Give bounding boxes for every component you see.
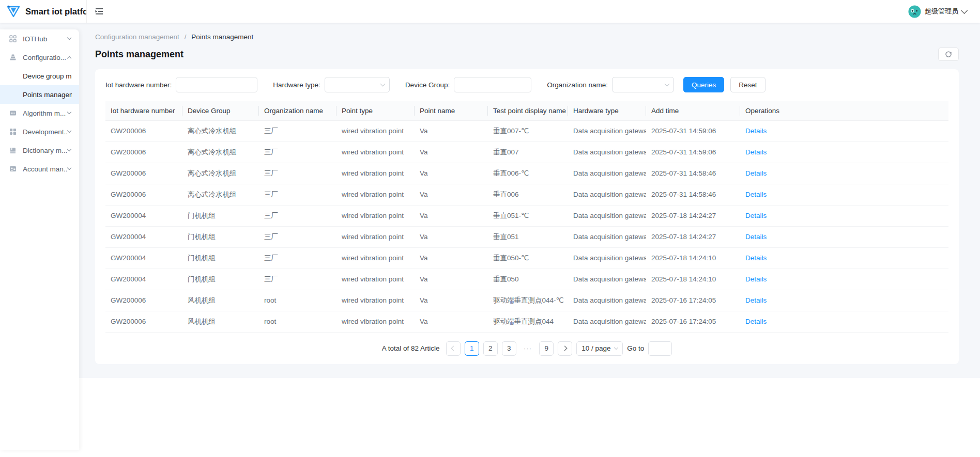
- breadcrumb-parent[interactable]: Configuration management: [95, 33, 179, 41]
- pagination-page-3[interactable]: 3: [502, 341, 516, 356]
- operations-cell: Details: [740, 290, 948, 311]
- sidebar-item-device-group-management[interactable]: Device group m...: [0, 67, 79, 85]
- table-cell: 2025-07-18 14:24:27: [646, 205, 740, 226]
- top-header: Smart iot platform 超级管理员: [0, 0, 980, 23]
- sidebar-item-label: Dictionary m...: [23, 147, 68, 154]
- sidebar-item-iothub[interactable]: IOTHub: [0, 29, 79, 48]
- details-link[interactable]: Details: [745, 296, 767, 304]
- pagination-next-button[interactable]: [558, 341, 572, 356]
- table-cell: Data acquisition gateway: [568, 163, 646, 184]
- operations-cell: Details: [740, 184, 948, 205]
- table-cell: GW200006: [105, 290, 182, 311]
- sidebar-item-label: Device group m...: [23, 72, 72, 80]
- account-icon: [9, 165, 18, 172]
- page-size-select[interactable]: 10 / page: [576, 341, 623, 356]
- details-link[interactable]: Details: [745, 233, 767, 241]
- user-menu[interactable]: 超级管理员: [908, 5, 967, 18]
- pagination: A total of 82 Article 1 2 3 ··· 9 10 / p…: [105, 341, 948, 356]
- sidebar: IOTHub Configuratio... Device group m...…: [0, 29, 79, 450]
- table-cell: GW200006: [105, 141, 182, 163]
- table-cell: 2025-07-31 14:58:46: [646, 163, 740, 184]
- chevron-down-icon: [67, 110, 71, 114]
- iot-hardware-number-input[interactable]: [176, 77, 257, 92]
- hardware-type-select[interactable]: [325, 77, 390, 92]
- goto-page-input[interactable]: [648, 341, 672, 356]
- table-row: GW200004门机机组三厂wired vibration pointVa垂直0…: [105, 205, 948, 226]
- table-cell: GW200004: [105, 205, 182, 226]
- details-link[interactable]: Details: [745, 191, 767, 198]
- table-cell: root: [259, 290, 336, 311]
- details-link[interactable]: Details: [745, 169, 767, 177]
- pagination-page-2[interactable]: 2: [483, 341, 498, 356]
- avatar: [908, 5, 921, 18]
- table-cell: 2025-07-18 14:24:27: [646, 226, 740, 247]
- table-cell: 2025-07-31 14:59:06: [646, 120, 740, 141]
- chevron-down-icon: [961, 7, 968, 14]
- table-cell: GW200004: [105, 247, 182, 269]
- details-link[interactable]: Details: [745, 127, 767, 135]
- table-cell: 三厂: [259, 141, 336, 163]
- device-group-input[interactable]: [454, 77, 531, 92]
- pagination-ellipsis[interactable]: ···: [520, 341, 535, 356]
- table-cell: GW200006: [105, 120, 182, 141]
- table-cell: GW200004: [105, 226, 182, 247]
- reset-button[interactable]: Reset: [730, 77, 765, 92]
- table-row: GW200004门机机组三厂wired vibration pointVa垂直0…: [105, 269, 948, 290]
- table-row: GW200006离心式冷水机组三厂wired vibration pointVa…: [105, 163, 948, 184]
- table-cell: 垂直050: [488, 269, 568, 290]
- pagination-page-1[interactable]: 1: [465, 341, 479, 356]
- table-cell: 垂直051-℃: [488, 205, 568, 226]
- table-cell: 2025-07-31 14:59:06: [646, 141, 740, 163]
- table-cell: Data acquisition gateway: [568, 141, 646, 163]
- organization-name-select[interactable]: [612, 77, 674, 92]
- sidebar-item-algorithm[interactable]: Algorithm m...: [0, 104, 79, 122]
- operations-cell: Details: [740, 141, 948, 163]
- table-cell: wired vibration point: [336, 163, 415, 184]
- table-cell: GW200004: [105, 269, 182, 290]
- sidebar-item-label: Development...: [23, 128, 68, 136]
- filter-bar: Iot hardware number: Hardware type: Devi…: [105, 77, 948, 92]
- breadcrumb: Configuration management / Points manage…: [95, 23, 959, 41]
- table-cell: 离心式冷水机组: [182, 184, 259, 205]
- sidebar-item-configuration[interactable]: Configuratio...: [0, 48, 79, 67]
- details-link[interactable]: Details: [745, 148, 767, 156]
- content-card: Iot hardware number: Hardware type: Devi…: [95, 69, 959, 364]
- table-cell: Va: [415, 184, 488, 205]
- sidebar-item-dictionary[interactable]: Dictionary m...: [0, 141, 79, 160]
- sidebar-item-account[interactable]: Account man...: [0, 160, 79, 178]
- details-link[interactable]: Details: [745, 212, 767, 219]
- details-link[interactable]: Details: [745, 254, 767, 262]
- organization-name-label: Organization name:: [547, 81, 608, 89]
- table-row: GW200006离心式冷水机组三厂wired vibration pointVa…: [105, 120, 948, 141]
- pagination-prev-button[interactable]: [446, 341, 461, 356]
- table-cell: 驱动端垂直测点044-℃: [488, 290, 568, 311]
- table-cell: Va: [415, 311, 488, 332]
- sidebar-item-points-management[interactable]: Points managem...: [0, 85, 79, 104]
- table-cell: 三厂: [259, 269, 336, 290]
- refresh-button[interactable]: [938, 48, 959, 61]
- logo-icon: [6, 4, 21, 19]
- queries-button[interactable]: Queries: [683, 77, 724, 92]
- table-cell: 2025-07-18 14:24:10: [646, 269, 740, 290]
- sidebar-item-label: Algorithm m...: [23, 109, 68, 117]
- chevron-right-icon: [562, 346, 567, 351]
- menu-fold-icon[interactable]: [95, 7, 104, 16]
- pagination-page-9[interactable]: 9: [539, 341, 554, 356]
- details-link[interactable]: Details: [745, 275, 767, 283]
- operations-cell: Details: [740, 269, 948, 290]
- column-header: Operations: [740, 101, 948, 120]
- configuration-icon: [9, 54, 18, 61]
- table-cell: Va: [415, 120, 488, 141]
- chevron-down-icon: [614, 345, 618, 349]
- column-header: Point type: [336, 101, 415, 120]
- device-group-label: Device Group:: [405, 81, 450, 89]
- column-header: Device Group: [182, 101, 259, 120]
- details-link[interactable]: Details: [745, 318, 767, 325]
- table-cell: 三厂: [259, 226, 336, 247]
- operations-cell: Details: [740, 120, 948, 141]
- table-cell: Data acquisition gateway: [568, 120, 646, 141]
- chevron-down-icon: [67, 36, 71, 40]
- sidebar-item-development[interactable]: Development...: [0, 122, 79, 141]
- chevron-down-icon: [380, 81, 385, 86]
- chevron-up-icon: [67, 56, 71, 60]
